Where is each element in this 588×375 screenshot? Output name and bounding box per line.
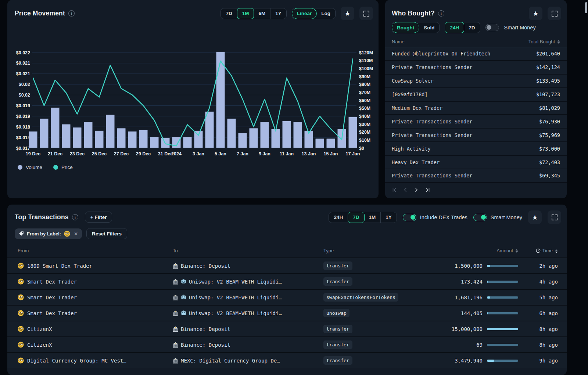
scale-log[interactable]: Log — [316, 8, 335, 19]
from-label[interactable]: Smart Dex Trader — [27, 295, 77, 300]
type-cell: transfer — [323, 262, 397, 270]
smart-money-toggle[interactable] — [485, 24, 499, 31]
svg-text:21 Dec: 21 Dec — [48, 151, 62, 156]
price-scale-group: LinearLog — [292, 8, 336, 19]
smart-money-toggle[interactable] — [473, 214, 487, 221]
transaction-row[interactable]: CitizenXBinance: Deposittransfer15,000,0… — [7, 321, 567, 336]
svg-text:19 Dec: 19 Dec — [26, 151, 40, 156]
next-page-button[interactable] — [411, 184, 422, 195]
info-icon[interactable]: i — [438, 10, 444, 17]
column-from[interactable]: From — [18, 248, 29, 253]
range-6m[interactable]: 6M — [254, 8, 270, 19]
time-cell: 5h ago — [518, 294, 567, 301]
last-page-button[interactable] — [422, 184, 433, 195]
transaction-row[interactable]: Digital Currency Group: MC Vest…MEXC: Di… — [7, 352, 567, 368]
to-cell: Uniswap: V2 BEAM-WETH Liquidi… — [162, 279, 323, 285]
from-label[interactable]: Smart Dex Trader — [27, 279, 77, 285]
tx-header: Top Transactions i + Filter — [15, 211, 112, 223]
legend-price[interactable]: Price — [53, 165, 73, 170]
amount-value: 173,424 — [461, 279, 483, 285]
from-label[interactable]: 180D Smart Dex Trader — [27, 263, 92, 269]
amount-bar — [487, 312, 518, 314]
robot-icon — [181, 295, 186, 300]
favorite-button[interactable]: ★ — [529, 7, 542, 20]
column-amount[interactable]: Amount — [496, 248, 518, 253]
transaction-row[interactable]: Smart Dex TraderUniswap: V2 BEAM-WETH Li… — [7, 289, 567, 305]
from-label[interactable]: Digital Currency Group: MC Vest… — [27, 358, 126, 364]
range-24h[interactable]: 24H — [329, 212, 348, 223]
who-bought-row[interactable]: Private Transactions Sender$75,969 — [385, 129, 567, 142]
info-icon[interactable]: i — [72, 214, 78, 220]
transaction-row[interactable]: Smart Dex TraderUniswap: V2 BEAM-WETH Li… — [7, 273, 567, 289]
column-name[interactable]: Name — [392, 39, 405, 44]
column-time[interactable]: Time — [536, 248, 558, 253]
amount-cell: 15,000,000 — [397, 326, 518, 332]
range-7d[interactable]: 7D — [348, 212, 364, 223]
robot-icon — [181, 279, 186, 284]
to-label[interactable]: Uniswap: V2 BEAM-WETH Liquidi… — [189, 279, 282, 285]
info-icon[interactable]: i — [68, 10, 75, 17]
svg-text:$20M: $20M — [359, 130, 370, 135]
who-bought-row[interactable]: Private Transactions Sender$76,930 — [385, 115, 567, 129]
range-1m[interactable]: 1M — [364, 212, 381, 223]
side-sold[interactable]: Sold — [419, 22, 439, 33]
who-bought-table-body: Funded @blueprint0x On Friendtech$201,64… — [385, 47, 567, 183]
prev-page-button[interactable] — [400, 184, 411, 195]
to-label[interactable]: Binance: Deposit — [181, 326, 230, 332]
range-24h[interactable]: 24H — [445, 22, 464, 33]
range-1m[interactable]: 1M — [237, 8, 254, 19]
type-cell: transfer — [323, 340, 397, 349]
nerd-face-icon — [18, 294, 24, 300]
include-dex-toggle[interactable] — [403, 214, 416, 221]
total-bought-value: $73,000 — [539, 146, 560, 152]
range-1y[interactable]: 1Y — [381, 212, 397, 223]
amount-cell: 144,405 — [397, 310, 518, 316]
remove-filter-icon[interactable]: ✕ — [74, 231, 78, 237]
column-to[interactable]: To — [173, 248, 178, 253]
who-bought-row[interactable]: High Activity$73,000 — [385, 142, 567, 156]
add-filter-button[interactable]: + Filter — [85, 212, 112, 223]
to-label[interactable]: Uniswap: V2 BEAM-WETH Liquidi… — [189, 310, 282, 316]
who-bought-row[interactable]: Funded @blueprint0x On Friendtech$201,64… — [385, 47, 567, 61]
from-label[interactable]: CitizenX — [27, 342, 52, 348]
transaction-row[interactable]: 180D Smart Dex TraderBinance: Deposittra… — [7, 257, 567, 273]
to-label[interactable]: MEXC: Digital Currency Group De… — [181, 358, 280, 364]
who-bought-row[interactable]: Medium Dex Trader$81,029 — [385, 102, 567, 115]
robot-icon — [181, 310, 186, 316]
scale-linear[interactable]: Linear — [292, 8, 317, 19]
active-filter-chip[interactable]: From by Label: ✕ — [15, 228, 82, 239]
column-total-bought[interactable]: Total Bought — [528, 39, 560, 44]
legend-volume[interactable]: Volume — [18, 165, 42, 170]
fullscreen-button[interactable] — [548, 7, 561, 20]
transaction-row[interactable]: CitizenXBinance: Deposittransfer698h ago — [7, 336, 567, 352]
time-cell: 6h ago — [518, 310, 567, 317]
who-bought-row[interactable]: Private Transactions Sender$142,124 — [385, 61, 567, 75]
range-7d[interactable]: 7D — [221, 8, 237, 19]
who-bought-row[interactable]: [0x9afd178d]$107,723 — [385, 88, 567, 102]
column-type[interactable]: Type — [323, 248, 334, 253]
favorite-button[interactable]: ★ — [341, 7, 354, 20]
who-bought-row[interactable]: Heavy Dex Trader$72,403 — [385, 156, 567, 169]
who-bought-row[interactable]: Private Transactions Sender$69,345 — [385, 169, 567, 183]
to-label[interactable]: Uniswap: V2 BEAM-WETH Liquidi… — [189, 295, 282, 300]
range-7d[interactable]: 7D — [464, 22, 480, 33]
fullscreen-button[interactable] — [359, 7, 373, 20]
side-bought[interactable]: Bought — [392, 22, 419, 33]
svg-text:31 Dec: 31 Dec — [158, 151, 173, 156]
first-page-button[interactable] — [389, 184, 400, 195]
legend-dot — [18, 165, 22, 170]
scrollbar-thumb[interactable] — [585, 2, 587, 13]
favorite-button[interactable]: ★ — [528, 210, 542, 224]
to-label[interactable]: Binance: Deposit — [181, 263, 230, 269]
nerd-face-icon — [18, 310, 24, 316]
range-1y[interactable]: 1Y — [270, 8, 286, 19]
reset-filters-button[interactable]: Reset Filters — [86, 228, 127, 239]
from-cell: Smart Dex Trader — [7, 310, 162, 316]
fullscreen-button[interactable] — [548, 210, 561, 224]
to-label[interactable]: Binance: Deposit — [181, 342, 230, 348]
chart-legend: VolumePrice — [18, 165, 73, 170]
from-label[interactable]: Smart Dex Trader — [27, 310, 77, 316]
from-label[interactable]: CitizenX — [27, 326, 52, 332]
who-bought-row[interactable]: CowSwap Solver$133,495 — [385, 75, 567, 88]
transaction-row[interactable]: Smart Dex TraderUniswap: V2 BEAM-WETH Li… — [7, 305, 567, 321]
